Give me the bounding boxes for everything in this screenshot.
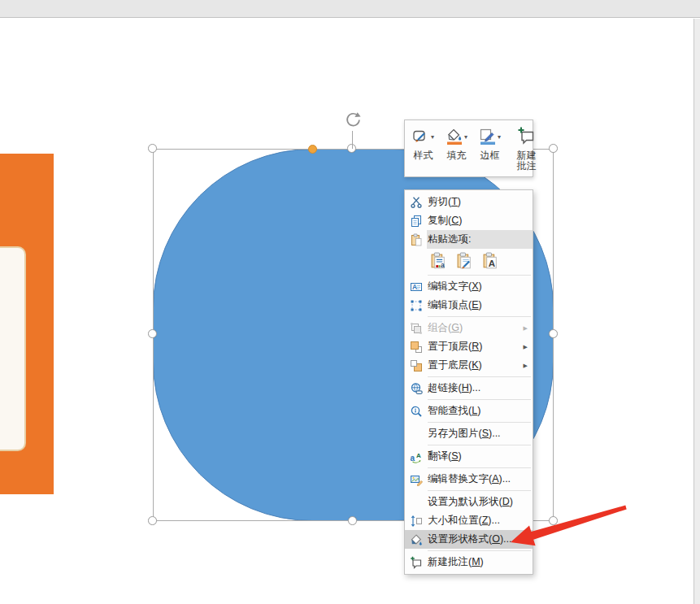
rotate-handle-connector [352, 131, 353, 149]
submenu-arrow-icon: ▶ [524, 363, 528, 369]
menu-item-format-shape[interactable]: 设置形状格式(O)... [405, 530, 533, 549]
rotate-handle[interactable] [344, 111, 363, 129]
dropdown-caret-icon[interactable]: ▾ [498, 133, 501, 141]
format-shape-icon [410, 533, 423, 546]
menu-item-label: 另存为图片(S)... [428, 427, 501, 441]
send-back-icon [410, 359, 423, 372]
paste-option-keep-text-only[interactable]: A [481, 251, 502, 272]
menu-item-edit-text[interactable]: A编辑文字(X) [405, 277, 533, 296]
style-icon [412, 128, 430, 146]
app-window: ▾样式▾填充▾边框新建批注 剪切(T)复制(C)粘贴选项:aAA编辑文字(X)编… [0, 0, 700, 604]
edit-points-icon [410, 299, 423, 312]
menu-item-label: 新建批注(M) [428, 555, 484, 569]
menu-item-label: 复制(C) [428, 214, 462, 228]
svg-text:A: A [489, 259, 495, 268]
copy-icon [410, 215, 423, 228]
resize-handle-e[interactable] [549, 329, 558, 338]
menu-item-smart-lookup[interactable]: 智能查找(L) [405, 402, 533, 420]
comment-icon [516, 126, 537, 147]
toolbar-button-label: 填充 [447, 150, 467, 161]
mini-toolbar: ▾样式▾填充▾边框新建批注 [404, 119, 533, 177]
menu-item-label: 置于底层(K) [428, 358, 482, 372]
menu-item-send-to-back[interactable]: 置于底层(K)▶ [405, 356, 533, 375]
menu-item-label: 大小和位置(Z)... [428, 514, 500, 528]
menu-item-label: 智能查找(L) [428, 404, 480, 418]
menu-item-label: 设置形状格式(O)... [428, 532, 512, 546]
submenu-arrow-icon: ▶ [524, 344, 528, 350]
menu-item-paste-options: 粘贴选项: [405, 230, 533, 249]
menu-item-label: 编辑替换文字(A)... [428, 472, 511, 486]
menu-item-bring-to-front[interactable]: 置于顶层(R)▶ [405, 337, 533, 356]
menu-separator [428, 376, 531, 377]
dropdown-caret-icon[interactable]: ▾ [464, 133, 467, 141]
svg-text:A: A [412, 283, 417, 291]
menu-item-label: 设置为默认形状(D) [428, 495, 513, 509]
menu-item-label: 编辑顶点(E) [428, 298, 482, 312]
menu-separator [428, 550, 531, 551]
toolbar-button-label: 边框 [480, 150, 500, 161]
paste-options-row: aA [405, 249, 533, 273]
menu-item-new-comment[interactable]: 新建批注(M) [405, 553, 533, 571]
paste-keep-icon: a [430, 252, 449, 271]
resize-handle-ne[interactable] [549, 144, 558, 153]
resize-handle-sw[interactable] [148, 516, 157, 525]
size-position-icon [410, 515, 423, 528]
paste-option-use-destination-theme[interactable] [455, 251, 476, 272]
resize-handle-se[interactable] [549, 516, 558, 525]
menu-item-group[interactable]: 组合(G)▶ [405, 319, 533, 337]
toolbar-button-label: 新建批注 [517, 150, 537, 172]
menu-item-label: 粘贴选项: [428, 232, 471, 246]
menu-item-label: 剪切(T) [428, 195, 461, 209]
menu-item-label: 超链接(H)... [428, 381, 480, 395]
menu-item-set-default-shape[interactable]: 设置为默认形状(D) [405, 493, 533, 511]
menu-separator [428, 316, 531, 317]
toolbar-button-new-comment[interactable]: 新建批注 [510, 124, 543, 173]
edit-text-icon: A [410, 280, 423, 293]
paste-text-icon: A [482, 252, 501, 271]
menu-item-copy[interactable]: 复制(C) [405, 211, 533, 230]
fill-icon [446, 128, 463, 146]
menu-separator [428, 445, 531, 445]
toolbar-button-outline[interactable]: ▾边框 [473, 124, 507, 173]
svg-text:a: a [411, 453, 415, 462]
menu-item-edit-alt-text[interactable]: 编辑替换文字(A)... [405, 470, 533, 489]
menu-item-translate[interactable]: aA翻译(S) [405, 447, 533, 466]
submenu-arrow-icon: ▶ [524, 325, 528, 332]
resize-handle-s[interactable] [348, 516, 357, 525]
menu-item-label: 编辑文字(X) [428, 280, 482, 293]
menu-item-label: 翻译(S) [428, 450, 462, 463]
group-icon [410, 322, 423, 335]
menu-item-save-as-picture[interactable]: 另存为图片(S)... [405, 424, 533, 443]
menu-item-label: 置于顶层(R) [428, 340, 482, 354]
menu-item-cut[interactable]: 剪切(T) [405, 193, 533, 211]
smart-lookup-icon [410, 405, 423, 418]
paste-option-keep-source-formatting[interactable]: a [429, 251, 450, 272]
menu-separator [428, 275, 531, 276]
svg-text:A: A [416, 451, 421, 458]
cut-icon [410, 196, 423, 209]
hyperlink-icon [410, 382, 423, 395]
resize-handle-nw[interactable] [148, 144, 157, 153]
resize-handle-w[interactable] [148, 329, 157, 338]
menu-separator [428, 467, 531, 468]
svg-text:a: a [441, 261, 445, 269]
context-menu: 剪切(T)复制(C)粘贴选项:aAA编辑文字(X)编辑顶点(E)组合(G)▶置于… [404, 189, 533, 575]
alt-text-icon [410, 473, 423, 486]
toolbar-button-fill[interactable]: ▾填充 [440, 124, 473, 173]
menu-separator [428, 490, 531, 491]
cream-rounded-rectangle-shape[interactable] [0, 246, 26, 451]
menu-separator [428, 399, 531, 400]
outline-icon [479, 128, 497, 146]
menu-item-edit-points[interactable]: 编辑顶点(E) [405, 296, 533, 315]
paste-brush-icon [456, 252, 475, 271]
dropdown-caret-icon[interactable]: ▾ [431, 133, 434, 141]
menu-item-hyperlink[interactable]: 超链接(H)... [405, 379, 533, 398]
vertical-scrollbar[interactable] [693, 19, 700, 604]
ribbon-collapsed-bar [0, 0, 700, 18]
bring-front-icon [410, 341, 423, 354]
adjust-handle[interactable] [308, 145, 317, 154]
paste-icon [410, 233, 423, 246]
menu-separator [428, 422, 531, 423]
menu-item-size-and-position[interactable]: 大小和位置(Z)... [405, 511, 533, 530]
toolbar-button-style[interactable]: ▾样式 [407, 124, 440, 173]
